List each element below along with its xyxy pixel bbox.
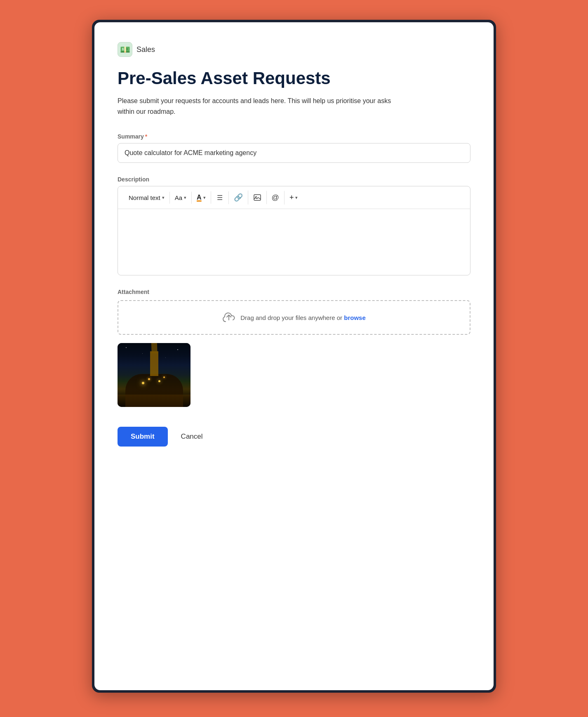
font-label: Aa xyxy=(175,194,182,201)
description-field-group: Description Normal text ▾ Aa ▾ A ▾ xyxy=(118,176,470,275)
attachment-section: Attachment Drag and drop your files anyw… xyxy=(118,289,470,407)
summary-required-asterisk: * xyxy=(145,133,147,140)
brand-name: Sales xyxy=(136,45,155,54)
text-style-chevron-icon: ▾ xyxy=(162,195,165,200)
drop-zone[interactable]: Drag and drop your files anywhere or bro… xyxy=(118,300,470,335)
text-style-dropdown[interactable]: Normal text ▾ xyxy=(124,192,170,204)
more-chevron-icon: ▾ xyxy=(295,195,298,200)
summary-label-text: Summary xyxy=(118,133,144,140)
summary-label: Summary * xyxy=(118,133,470,140)
mention-button[interactable]: @ xyxy=(267,191,285,205)
attachment-label: Attachment xyxy=(118,289,470,295)
font-chevron-icon: ▾ xyxy=(184,195,186,200)
svg-rect-0 xyxy=(254,195,261,200)
text-color-chevron-icon: ▾ xyxy=(203,195,206,200)
thumbnails-container xyxy=(118,343,470,407)
description-label: Description xyxy=(118,176,470,183)
more-label: + xyxy=(289,193,294,202)
svg-point-1 xyxy=(255,196,256,197)
upload-icon xyxy=(222,311,235,324)
page-title: Pre-Sales Asset Requests xyxy=(118,68,470,88)
submit-button[interactable]: Submit xyxy=(118,427,168,447)
image-button[interactable] xyxy=(248,191,267,204)
summary-input[interactable] xyxy=(118,143,470,163)
text-style-label: Normal text xyxy=(129,194,160,201)
image-icon xyxy=(253,193,261,202)
font-dropdown[interactable]: Aa ▾ xyxy=(170,192,192,204)
brand-icon: 💵 xyxy=(118,42,132,57)
mention-icon: @ xyxy=(272,193,279,202)
link-button[interactable]: 🔗 xyxy=(229,190,248,205)
thumbnail-1 xyxy=(118,343,191,407)
form-actions: Submit Cancel xyxy=(118,427,470,447)
page-description: Please submit your requests for accounts… xyxy=(118,96,398,117)
cancel-button[interactable]: Cancel xyxy=(178,427,206,447)
browse-link[interactable]: browse xyxy=(344,314,366,321)
brand-header: 💵 Sales xyxy=(118,42,470,57)
outer-container: 💵 Sales Pre-Sales Asset Requests Please … xyxy=(92,20,496,693)
more-dropdown[interactable]: + ▾ xyxy=(285,191,303,205)
text-color-dropdown[interactable]: A ▾ xyxy=(192,191,211,204)
description-editor: Normal text ▾ Aa ▾ A ▾ ☰ xyxy=(118,186,470,275)
summary-field-group: Summary * xyxy=(118,133,470,163)
list-button[interactable]: ☰ xyxy=(211,191,229,204)
brand-icon-emoji: 💵 xyxy=(120,45,130,54)
browse-label: browse xyxy=(344,314,366,321)
drop-zone-text: Drag and drop your files anywhere or bro… xyxy=(240,314,365,321)
inner-container: 💵 Sales Pre-Sales Asset Requests Please … xyxy=(94,22,494,690)
editor-toolbar: Normal text ▾ Aa ▾ A ▾ ☰ xyxy=(118,186,470,209)
drop-text-content: Drag and drop your files anywhere or xyxy=(240,314,342,321)
list-icon: ☰ xyxy=(217,194,223,202)
description-editor-body[interactable] xyxy=(118,209,470,275)
text-color-label: A xyxy=(197,194,202,201)
description-label-text: Description xyxy=(118,176,149,183)
link-icon: 🔗 xyxy=(234,193,243,202)
